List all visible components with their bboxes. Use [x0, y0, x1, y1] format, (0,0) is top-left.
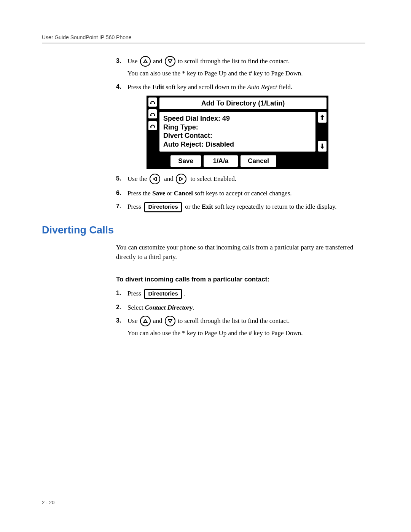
- directories-button: Directories: [144, 202, 182, 212]
- svg-rect-1: [154, 103, 155, 104]
- scroll-down-icon: [317, 140, 327, 152]
- text: to scroll through the list to find the c…: [178, 317, 290, 324]
- line-key-icon: [148, 109, 158, 119]
- text: .: [193, 304, 194, 311]
- down-arrow-icon: [165, 316, 175, 326]
- step-5: 5. Use the and to select Enabled.: [116, 174, 365, 185]
- italic-term: Contact Directory: [145, 304, 193, 311]
- phone-body: Speed Dial Index: 49 Ring Type: Divert C…: [159, 111, 316, 152]
- text: to select Enabled.: [191, 175, 236, 182]
- text: soft key repeatedly to return to the idl…: [213, 203, 337, 210]
- down-arrow-icon: [165, 56, 175, 67]
- softkey-save: Save: [170, 155, 202, 168]
- softkey-cancel: Cancel: [240, 155, 277, 168]
- step-3: 3. Use and to scroll through the list to…: [116, 56, 365, 78]
- svg-rect-2: [150, 115, 151, 116]
- directories-button: Directories: [144, 289, 182, 299]
- text: or the: [185, 203, 201, 210]
- svg-rect-4: [150, 126, 151, 128]
- text: Press: [127, 203, 141, 210]
- left-arrow-icon: [150, 174, 160, 184]
- phone-line: Speed Dial Index: 49: [163, 114, 312, 123]
- step-number: 3.: [116, 56, 121, 66]
- text: Press the: [127, 83, 152, 91]
- text: soft key and scroll down to the: [164, 83, 247, 91]
- italic-term: Auto Reject: [247, 83, 277, 91]
- step-4: 4. Press the Edit soft key and scroll do…: [116, 82, 365, 169]
- step-note: You can also use the * key to Page Up an…: [127, 69, 365, 78]
- d-step-1: 1. Press Directories .: [116, 289, 365, 299]
- line-key-icon: [148, 120, 158, 131]
- page-header: User Guide SoundPoint IP 560 Phone: [42, 34, 365, 43]
- text: Use the: [127, 175, 147, 182]
- phone-softkeys: Save 1/A/a Cancel: [159, 155, 327, 168]
- subheading-divert: To divert incoming calls from a particul…: [116, 276, 365, 283]
- svg-rect-0: [150, 103, 151, 104]
- softkey-mode: 1/A/a: [203, 155, 239, 168]
- bold-term: Edit: [152, 83, 164, 91]
- text: Use: [127, 317, 137, 324]
- text: .: [183, 290, 185, 297]
- step-7: 7. Press Directories or the Exit soft ke…: [116, 202, 365, 212]
- bold-term: Save: [152, 190, 165, 197]
- step-number: 4.: [116, 82, 121, 91]
- text: Select: [127, 304, 145, 311]
- scroll-up-icon: [317, 111, 327, 123]
- step-number: 3.: [116, 316, 121, 325]
- phone-line: Divert Contact:: [163, 131, 312, 140]
- step-number: 1.: [116, 289, 121, 298]
- svg-rect-5: [154, 126, 155, 128]
- d-step-3: 3. Use and to scroll through the list to…: [116, 316, 365, 338]
- text: and: [153, 317, 162, 324]
- phone-title: Add To Directory (1/Latin): [159, 97, 327, 110]
- bold-term: Exit: [202, 203, 213, 210]
- text: soft keys to accept or cancel changes.: [193, 190, 292, 197]
- step-number: 5.: [116, 174, 121, 183]
- step-number: 7.: [116, 202, 121, 211]
- right-arrow-icon: [176, 174, 186, 184]
- phone-line: Ring Type:: [163, 123, 312, 132]
- text: Use: [127, 58, 137, 65]
- line-key-icon: [148, 97, 158, 107]
- bold-term: Cancel: [174, 190, 193, 197]
- svg-rect-3: [154, 115, 155, 116]
- text: or: [165, 190, 174, 197]
- step-6: 6. Press the Save or Cancel soft keys to…: [116, 189, 365, 198]
- up-arrow-icon: [140, 316, 151, 326]
- step-note: You can also use the * key to Page Up an…: [127, 328, 365, 338]
- text: and: [153, 58, 162, 65]
- text: Press the: [127, 190, 152, 197]
- step-number: 6.: [116, 189, 121, 198]
- d-step-2: 2. Select Contact Directory.: [116, 303, 365, 313]
- step-number: 2.: [116, 303, 121, 312]
- text: Press: [127, 290, 141, 297]
- text: to scroll through the list to find the c…: [178, 58, 290, 65]
- phone-screen: Add To Directory (1/Latin) Speed Dial In…: [147, 96, 328, 169]
- section-intro: You can customize your phone so that inc…: [116, 243, 365, 262]
- up-arrow-icon: [140, 56, 151, 67]
- page-number: 2 - 20: [42, 500, 54, 505]
- phone-line: Auto Reject: Disabled: [163, 140, 312, 149]
- phone-line-keys: [148, 97, 159, 168]
- text: field.: [277, 83, 292, 91]
- text: and: [164, 175, 174, 182]
- section-heading-diverting-calls: Diverting Calls: [42, 224, 365, 236]
